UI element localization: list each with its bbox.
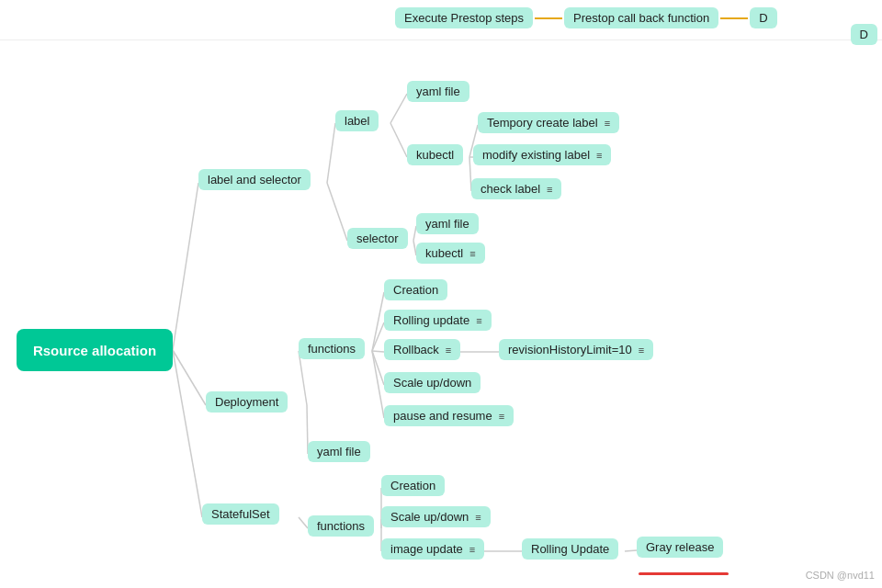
svg-line-14 [372,292,384,351]
selector-node[interactable]: selector [347,228,408,249]
label-selector-node[interactable]: label and selector [198,169,311,190]
statefulset-node[interactable]: StatefulSet [202,503,279,525]
functions-2-node[interactable]: functions [308,515,374,537]
svg-line-3 [327,123,335,183]
menu-icon-scale2: ≡ [475,512,481,523]
menu-icon-check: ≡ [547,184,552,195]
menu-icon-pause-resume: ≡ [499,411,504,422]
menu-icon-image-update: ≡ [469,544,475,555]
rolling-update-node[interactable]: Rolling update ≡ [384,310,492,331]
svg-line-15 [372,322,384,351]
svg-line-5 [390,94,407,123]
svg-line-18 [372,351,384,418]
svg-line-2 [173,350,202,517]
menu-icon-rolling-update: ≡ [476,315,481,326]
deployment-node[interactable]: Deployment [206,391,288,413]
creation-1-node[interactable]: Creation [384,279,447,300]
creation-2-node[interactable]: Creation [381,475,445,496]
top-bar-nodes: Execute Prestop steps Prestop call back … [395,7,777,28]
top-connector-2 [720,17,748,19]
red-underline [639,572,729,575]
partial-node-2[interactable]: D [851,24,877,45]
gray-release-node[interactable]: Gray release [637,537,723,558]
scale-updown-1-node[interactable]: Scale up/down [384,372,481,393]
revision-history-node[interactable]: revisionHistoryLimit=10 ≡ [499,339,653,360]
rolling-update-2-node[interactable]: Rolling Update [522,538,618,560]
check-label-node[interactable]: check label ≡ [471,178,561,199]
modify-existing-label-node[interactable]: modify existing label ≡ [473,144,611,165]
root-node[interactable]: Rsource allocation [17,329,173,371]
svg-line-4 [327,183,347,241]
svg-line-1 [173,350,206,405]
pause-resume-node[interactable]: pause and resume ≡ [384,405,514,426]
functions-1-node[interactable]: functions [299,338,365,359]
partial-node-1[interactable]: D [750,7,776,28]
kubectl-1-node[interactable]: kubectl [407,144,463,165]
prestop-callback-node[interactable]: Prestop call back function [564,7,718,28]
menu-icon-revision: ≡ [639,345,644,356]
mind-map-canvas: Execute Prestop steps Prestop call back … [0,0,882,588]
scale-updown-2-node[interactable]: Scale up/down ≡ [381,506,491,527]
top-connector-1 [535,17,562,19]
menu-icon-kubectl2: ≡ [469,248,475,259]
image-update-node[interactable]: image update ≡ [381,538,484,560]
menu-icon-temp-create: ≡ [605,118,610,129]
top-bar: Execute Prestop steps Prestop call back … [0,0,882,40]
temp-create-label-node[interactable]: Tempory create label ≡ [478,112,619,133]
menu-icon-rollback: ≡ [446,345,451,356]
svg-line-16 [372,351,384,352]
svg-line-0 [173,183,198,350]
yaml-file-1-node[interactable]: yaml file [407,81,469,102]
svg-line-17 [372,351,384,385]
yaml-file-2-node[interactable]: yaml file [416,213,479,234]
yaml-file-3-node[interactable]: yaml file [308,441,370,462]
svg-line-6 [390,123,407,157]
kubectl-2-node[interactable]: kubectl ≡ [416,243,485,264]
svg-line-25 [625,550,637,551]
watermark: CSDN @nvd11 [806,570,875,581]
menu-icon-modify: ≡ [596,150,602,161]
svg-line-20 [299,517,308,528]
label-node[interactable]: label [335,110,379,131]
rollback-node[interactable]: Rollback ≡ [384,339,460,360]
execute-prestop-node[interactable]: Execute Prestop steps [395,7,533,28]
